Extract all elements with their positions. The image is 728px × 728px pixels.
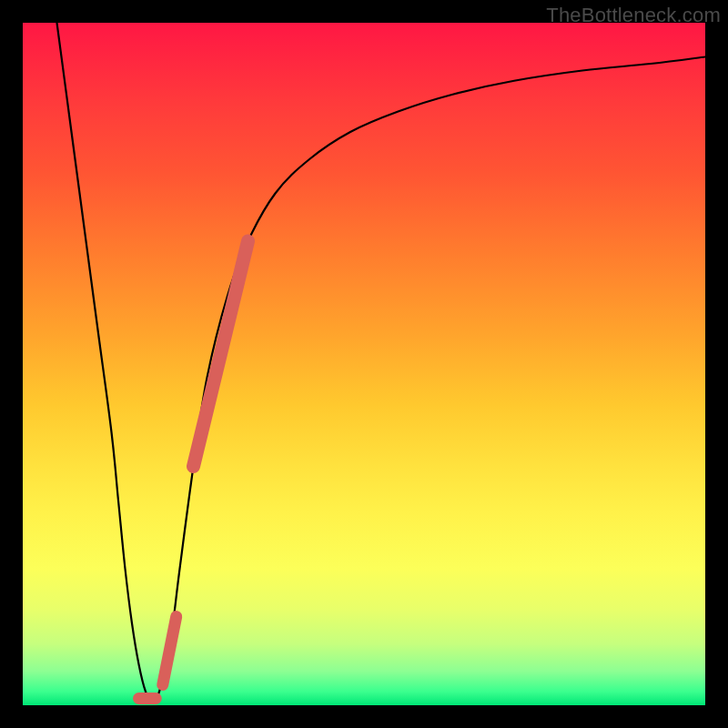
highlight-long (194, 241, 248, 467)
watermark-text: TheBottleneck.com (546, 4, 721, 27)
chart-frame: TheBottleneck.com (0, 0, 728, 728)
bottleneck-curve (57, 23, 706, 702)
curve-line (57, 23, 706, 702)
plot-area (23, 23, 705, 705)
highlight-segments (139, 241, 248, 699)
chart-svg (23, 23, 705, 705)
highlight-short (163, 617, 177, 685)
